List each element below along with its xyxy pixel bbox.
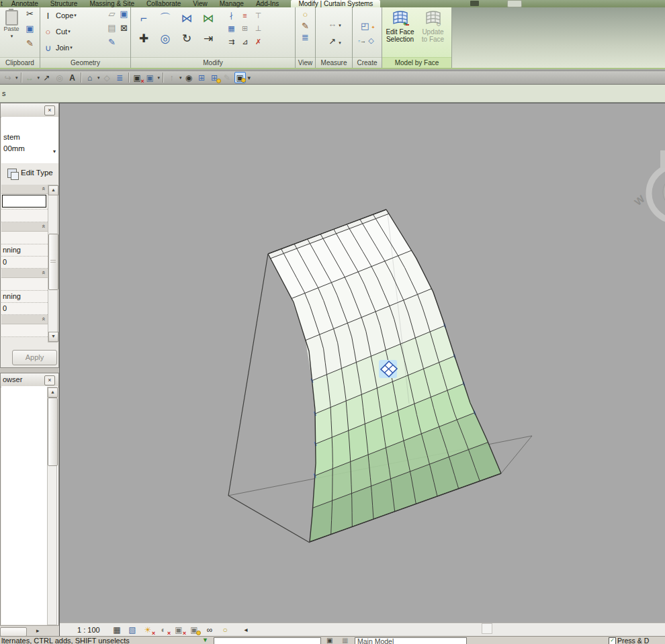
paint-layers-icon[interactable]: ▤ — [106, 22, 118, 34]
tab-structure[interactable]: Structure — [44, 0, 84, 7]
grid-lightbulb-icon[interactable]: ⊞ — [209, 72, 220, 83]
parameter-group-header[interactable]: « — [1, 185, 48, 194]
update-to-face-button[interactable]: ↻ Update to Face — [416, 8, 449, 56]
beam-cope-icon[interactable]: ▱ — [106, 8, 118, 19]
scroll-down-icon[interactable]: ▼ — [48, 332, 58, 342]
filter-icon[interactable]: ▼ — [202, 637, 208, 643]
parameter-value-input[interactable] — [2, 195, 46, 208]
tab-partial[interactable]: t — [0, 0, 5, 7]
close-icon[interactable]: × — [44, 375, 55, 385]
scroll-up-icon[interactable]: ▲ — [48, 387, 58, 398]
scroll-right-icon[interactable]: ▸ — [36, 627, 40, 634]
project-browser-hscrollbar[interactable]: ▸ — [0, 625, 59, 637]
parameter-group-header[interactable]: « — [1, 315, 48, 324]
redo-icon[interactable]: ↪ — [2, 72, 13, 83]
dimension-qat-dropdown-icon[interactable]: ▾ — [38, 75, 40, 81]
align-icon[interactable]: ≡ — [240, 11, 250, 21]
drawing-area[interactable]: W 1 : 100 ▦ ▧ ☀× ◐× ▣× ▣ ∞ ○ ◂ — [59, 103, 665, 636]
viewcube-compass-ring[interactable] — [649, 166, 665, 221]
unpin-icon[interactable]: ⊥ — [253, 24, 263, 34]
properties-caption[interactable]: × — [1, 103, 58, 118]
move-icon[interactable]: ✚ — [135, 30, 152, 47]
tab-add-ins[interactable]: Add-Ins — [250, 0, 285, 7]
close-icon[interactable]: × — [44, 105, 55, 116]
edit-face-selection-button[interactable]: + Edit Face Selection — [384, 8, 416, 56]
create-group-button[interactable]: ◰✦ — [359, 19, 375, 32]
fillet-icon[interactable]: ⌒ — [157, 9, 174, 27]
text-icon[interactable]: A — [66, 72, 78, 83]
paste-button[interactable]: Paste ▾ — [1, 9, 21, 57]
aligned-dimension-qat-icon[interactable]: ↔ — [24, 72, 36, 83]
switch-windows-icon[interactable]: ▣ — [144, 72, 156, 83]
temporary-hide-isolate-icon[interactable]: ∞ — [204, 625, 216, 635]
pin-icon[interactable]: ⊤ — [253, 11, 263, 21]
mirror-draw-axis-icon[interactable]: ⋈ — [200, 9, 217, 27]
collapse-icon[interactable]: « — [40, 224, 46, 228]
properties-scrollbar[interactable]: ▲ ▼ — [48, 185, 58, 342]
measure-button[interactable]: ↗▾ — [326, 35, 341, 47]
collapse-icon[interactable]: « — [40, 317, 46, 320]
scale-icon[interactable]: ⊞ — [240, 24, 250, 34]
design-option-select[interactable]: Main Model — [355, 637, 467, 644]
tag-by-category-icon[interactable]: ◎ — [54, 72, 65, 83]
offset-icon[interactable]: ⇉ — [226, 37, 236, 47]
sketch-icon[interactable]: ✎ — [222, 72, 233, 83]
parameter-value[interactable]: nning — [1, 244, 48, 257]
cut-to-clipboard-icon[interactable]: ✂ — [24, 8, 36, 19]
thin-lines-icon[interactable]: ≣ — [300, 32, 311, 43]
unjoin-geometry-icon[interactable]: ⊠ — [118, 22, 130, 34]
collapse-icon[interactable]: « — [40, 187, 46, 190]
sun-path-icon[interactable]: ☀× — [142, 625, 154, 635]
3d-view-dropdown-icon[interactable]: ▾ — [97, 75, 100, 81]
project-browser-scrollbar[interactable]: ▲ — [47, 387, 57, 625]
visual-style-dropdown-icon[interactable]: ▾ — [248, 75, 251, 81]
render-icon[interactable]: ◉ — [183, 72, 195, 83]
default-3d-view-icon[interactable]: ⌂ — [84, 72, 95, 83]
cope-dropdown-icon[interactable]: ▾ — [74, 13, 77, 18]
visual-style-selected-icon[interactable]: ▣ — [234, 72, 246, 83]
mirror-pick-axis-icon[interactable]: ⋈ — [178, 9, 195, 27]
tab-massing-site[interactable]: Massing & Site — [83, 0, 140, 7]
up-dropdown-icon[interactable]: ▾ — [179, 75, 182, 81]
section-icon[interactable]: ◇ — [101, 72, 113, 83]
tab-collaborate[interactable]: Collaborate — [140, 0, 187, 7]
close-hidden-windows-icon[interactable]: ▣× — [132, 72, 143, 83]
detail-level-icon[interactable]: ▦ — [111, 625, 123, 635]
tab-annotate[interactable]: Annotate — [5, 0, 44, 7]
apply-button[interactable]: Apply — [12, 350, 57, 365]
parameter-value[interactable]: nning — [1, 291, 48, 303]
collapse-icon[interactable]: « — [40, 271, 46, 274]
parameter-row[interactable] — [1, 278, 48, 291]
switch-windows-dropdown-icon[interactable]: ▾ — [158, 75, 161, 81]
worksets-icon[interactable]: ▣ — [326, 637, 332, 644]
scale-button[interactable]: 1 : 100 — [77, 626, 111, 634]
measure-dropdown-icon[interactable]: ▾ — [339, 40, 341, 45]
type-selector-dropdown-icon[interactable]: ▾ — [53, 148, 56, 154]
create-similar-button[interactable]: ▫→◇ — [358, 36, 376, 46]
design-options-icon[interactable]: ▦ — [342, 637, 348, 644]
tab-modify-curtain-systems[interactable]: Modify | Curtain Systems — [291, 0, 380, 7]
thin-lines-qat-icon[interactable]: ≣ — [114, 72, 126, 83]
type-selector[interactable]: stem 00mm ▾ — [1, 117, 58, 164]
scrollbar-thumb[interactable] — [48, 398, 58, 466]
show-crop-region-icon[interactable]: ▣ — [188, 625, 200, 635]
cut-dropdown-icon[interactable]: ▾ — [68, 29, 71, 34]
parameter-value[interactable]: 0 — [1, 257, 48, 269]
parameter-value[interactable]: 0 — [1, 303, 48, 315]
copy-icon[interactable]: ◎ — [157, 30, 174, 47]
ribbon-minimize-icon[interactable] — [470, 1, 479, 6]
parameter-row[interactable] — [1, 324, 48, 337]
copy-to-clipboard-icon[interactable]: ▣ — [24, 23, 36, 34]
tab-view[interactable]: View — [187, 0, 214, 7]
split-element-icon[interactable]: ∤ — [226, 11, 236, 21]
redo-dropdown-icon[interactable]: ▾ — [15, 75, 18, 81]
parameter-group-header[interactable]: « — [1, 222, 48, 232]
press-drag-checkbox[interactable]: ✓ — [609, 637, 616, 644]
parameter-group-header[interactable]: « — [1, 269, 48, 278]
scroll-up-icon[interactable]: ▲ — [48, 185, 58, 195]
scrollbar-thumb[interactable] — [48, 234, 58, 290]
hscrollbar-thumb[interactable] — [0, 627, 27, 637]
join-dropdown-icon[interactable]: ▾ — [70, 45, 73, 50]
measure-qat-icon[interactable]: ↗ — [41, 72, 52, 83]
array-icon[interactable]: ▦ — [226, 24, 236, 34]
